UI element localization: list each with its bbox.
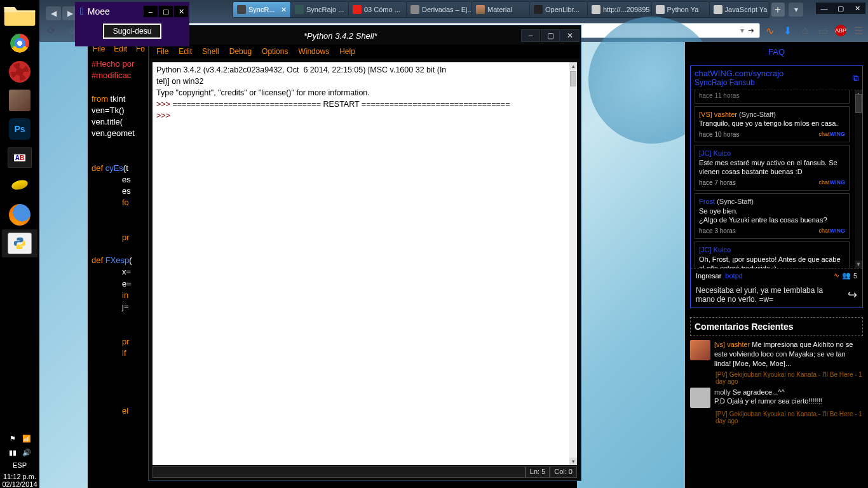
side-panel: FAQ chatWING.com/syncrajo SyncRajo Fansu… [685,42,868,488]
photoshop-icon[interactable]: Ps [2,115,37,143]
avatar [690,388,710,408]
volume-icon[interactable]: 🔊 [22,449,32,459]
moee-titlebar[interactable]: 𓆰 Moee – ▢ ✕ [76,3,188,20]
faq-link[interactable]: FAQ [768,47,785,57]
sugoi-button[interactable]: Sugoi-desu [103,24,162,39]
python-idle-icon[interactable] [2,229,37,257]
status-line: Ln: 5 [526,466,550,478]
avatar-app-icon[interactable] [2,86,37,114]
close-button[interactable]: ✕ [560,29,580,42]
moee-window: 𓆰 Moee – ▢ ✕ Sugoi-desu [75,2,189,46]
chat-scrollbar[interactable]: ▲ ▼ [855,90,862,268]
firefox-icon[interactable] [2,201,37,229]
rss-small-icon[interactable]: ∿ [834,271,839,280]
close-icon[interactable]: ✕ [281,6,287,14]
minimize-button[interactable]: — [816,3,832,14]
python-shell-window: 𓆰 *Python 3.4.2 Shell* – ▢ ✕ FileEditShe… [149,25,581,480]
chat-message: Frost (Sync-Staff) Se oye bien. ¿Algo de… [695,193,850,239]
menu-icon[interactable]: ☰ [853,25,864,36]
comment-meta: [PV] Gekijouban Kyoukai no Kanata - I'll… [715,410,863,424]
chat-login-state: botpd [725,272,743,280]
taskbar: Ps AB ⚑ 📶 ▮▮ 🔊 ESP 11:12 p.m. 02/12/2014 [0,0,39,488]
tab-material[interactable]: Material [471,1,530,18]
maximize-button[interactable]: ▢ [159,6,173,17]
comment-item: molly Se agradece...^^ P.D Ojalá y el ru… [690,388,863,408]
chat-login-label[interactable]: Ingresar [696,272,721,280]
window-controls: — ▢ ✕ [816,3,865,14]
tab-pythonya[interactable]: Python Ya [651,1,710,18]
tab-list-button[interactable]: ▾ [789,3,803,17]
shell-statusbar: Ln: 5 Col: 0 [153,466,577,478]
shell-menu[interactable]: FileEditShellDebugOptionsWindowsHelp [150,44,580,58]
tab-syncrajo-2[interactable]: SyncRajo ... [290,1,349,18]
users-icon: 👥 [842,271,851,280]
python-feather-icon: 𓆰 [80,6,84,17]
flag-icon[interactable]: ⚑ [8,435,18,445]
tab-openlibra[interactable]: OpenLibr... [529,1,588,18]
chat-widget: chatWING.com/syncrajo SyncRajo Fansub ⧉ … [690,65,863,308]
tab-syncrajo-1[interactable]: SyncR...✕ [233,1,291,18]
chat-input[interactable]: Necesitaba el yuri, ya me temblaba la ma… [696,286,857,304]
network-icon[interactable]: 📶 [22,435,32,445]
download-icon[interactable]: ⬇ [782,25,793,36]
close-button[interactable]: ✕ [174,6,188,17]
tab-derivadas[interactable]: Derivadas – Ej... [406,1,472,18]
shell-titlebar[interactable]: 𓆰 *Python 3.4.2 Shell* – ▢ ✕ [150,27,580,44]
battery-icon[interactable]: ▮▮ [8,449,18,459]
chat-message: [JC] Kuico Este mes estaré muy activo en… [695,145,850,191]
rss-icon[interactable]: ∿ [764,25,775,36]
chat-popout-icon[interactable]: ⧉ [853,73,858,83]
back-button[interactable]: ◀ [46,6,61,20]
chat-message: [JC] Kuico Oh, Frost, ¡por supuesto! Ant… [695,241,850,268]
shell-body[interactable]: Python 3.4.2 (v3.4.2:ab2c023a9432, Oct 6… [153,62,577,465]
shell-scrollbar[interactable]: ▴ ▾ [569,62,577,465]
chat-title: chatWING.com/syncrajo [695,69,783,78]
abp-icon[interactable]: ABP [835,25,846,36]
maximize-button[interactable]: ▢ [541,29,560,42]
new-tab-button[interactable]: ＋ [771,3,785,17]
comments-header: Comentarios Recientes [690,317,863,336]
tray-time[interactable]: 11:12 p.m. [0,473,39,480]
reload-button[interactable]: ⟳ [43,23,60,38]
tab-jsya[interactable]: JavaScript Ya [709,1,770,18]
chrome-icon[interactable] [2,29,37,57]
abscript-icon[interactable]: AB [2,144,37,172]
tray-lang[interactable]: ESP [0,461,39,469]
minimize-button[interactable]: – [521,29,540,42]
chat-message: [VS] vashter (Sync-Staff) Tranquilo, que… [695,106,850,142]
bookmark-icon[interactable]: ▭ [817,25,829,36]
jdownloader-icon[interactable] [2,172,37,200]
comment-meta: [PV] Gekijouban Kyoukai no Kanata - I'll… [715,371,863,385]
dropdown-icon[interactable]: ▾ [740,26,744,35]
reader-icon[interactable]: ➜ [748,26,754,35]
home2-icon[interactable]: ⌂ [799,25,811,36]
tray-date[interactable]: 02/12/2014 [0,480,39,488]
maximize-button[interactable]: ▢ [832,3,849,14]
explorer-icon[interactable] [2,1,37,29]
close-button[interactable]: ✕ [849,3,865,14]
status-col: Col: 0 [550,466,577,478]
comment-item: [vs] vashter Me impresiona que Akihito n… [690,340,863,369]
avatar [690,340,710,360]
system-tray: ⚑ 📶 ▮▮ 🔊 ESP 11:12 p.m. 02/12/2014 [0,432,39,488]
tab-youtube[interactable]: 03 Cómo ... [348,1,407,18]
chat-subtitle: SyncRajo Fansub [695,78,783,87]
umbrella-icon[interactable] [2,58,37,86]
minimize-button[interactable]: – [144,6,158,17]
send-icon[interactable]: ↪ [848,288,857,302]
tab-http[interactable]: http://...209895 [587,1,652,18]
